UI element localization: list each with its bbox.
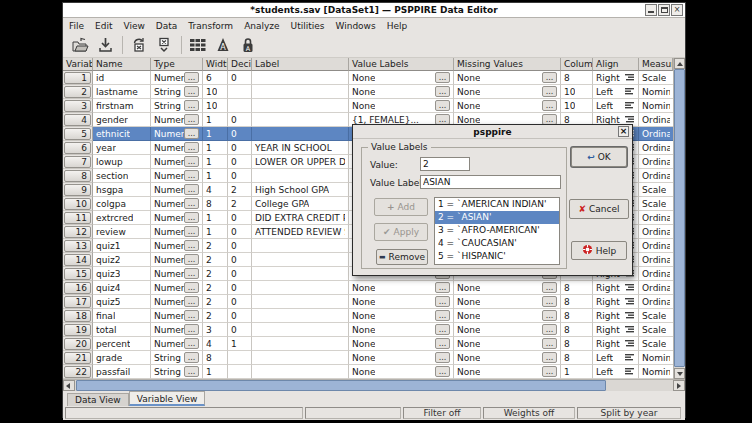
name-cell[interactable]: grade	[93, 351, 151, 365]
name-cell[interactable]: quiz5	[93, 295, 151, 309]
type-cell[interactable]: Numeric...	[151, 141, 203, 155]
decimals-cell[interactable]	[228, 351, 252, 365]
missing-values-cell[interactable]: None...	[454, 323, 561, 337]
name-cell[interactable]: passfail	[93, 365, 151, 379]
decimals-cell[interactable]: 0	[228, 211, 252, 225]
name-cell[interactable]: final	[93, 309, 151, 323]
edit-ellipsis-button[interactable]: ...	[542, 72, 557, 83]
decimals-cell[interactable]: 1	[228, 337, 252, 351]
row-number-button[interactable]: 3	[64, 100, 91, 112]
edit-ellipsis-button[interactable]: ...	[435, 338, 450, 349]
label-cell[interactable]	[252, 239, 349, 253]
align-cell[interactable]: Left	[593, 365, 639, 379]
decimals-cell[interactable]: 0	[228, 323, 252, 337]
edit-ellipsis-button[interactable]: ...	[184, 128, 199, 139]
label-cell[interactable]	[252, 323, 349, 337]
edit-ellipsis-button[interactable]: ...	[184, 142, 199, 153]
width-cell[interactable]: 3	[203, 323, 228, 337]
row-number-button[interactable]: 9	[64, 184, 91, 196]
value-labels-cell[interactable]: None...	[349, 99, 454, 113]
name-cell[interactable]: review	[93, 225, 151, 239]
width-cell[interactable]: 2	[203, 309, 228, 323]
name-cell[interactable]: colgpa	[93, 197, 151, 211]
measure-cell[interactable]: Nominal	[639, 351, 673, 365]
vertical-scrollbar[interactable]	[673, 58, 684, 379]
label-cell[interactable]	[252, 99, 349, 113]
name-cell[interactable]: id	[93, 71, 151, 85]
type-cell[interactable]: Numeric...	[151, 337, 203, 351]
measure-cell[interactable]: Ordinal	[639, 127, 673, 141]
decimals-cell[interactable]: 0	[228, 169, 252, 183]
row-number-button[interactable]: 12	[64, 226, 91, 238]
edit-ellipsis-button[interactable]: ...	[184, 310, 199, 321]
missing-values-cell[interactable]: None...	[454, 71, 561, 85]
label-cell[interactable]: High School GPA	[252, 183, 349, 197]
width-cell[interactable]: 1	[203, 113, 228, 127]
edit-ellipsis-button[interactable]: ...	[184, 86, 199, 97]
name-cell[interactable]: total	[93, 323, 151, 337]
row-number-button[interactable]: 17	[64, 296, 91, 308]
name-cell[interactable]: ethnicit	[93, 127, 151, 141]
row-number-button[interactable]: 21	[64, 352, 91, 364]
type-cell[interactable]: Numeric...	[151, 183, 203, 197]
decimals-cell[interactable]: 0	[228, 141, 252, 155]
menu-windows[interactable]: Windows	[335, 21, 375, 31]
label-cell[interactable]	[252, 295, 349, 309]
type-cell[interactable]: Numeric...	[151, 155, 203, 169]
label-cell[interactable]	[252, 113, 349, 127]
measure-cell[interactable]: Ordinal	[639, 211, 673, 225]
columns-cell[interactable]: 8	[561, 351, 593, 365]
edit-ellipsis-button[interactable]: ...	[184, 72, 199, 83]
align-cell[interactable]: Right	[593, 295, 639, 309]
decimals-cell[interactable]: 0	[228, 127, 252, 141]
value-label-item[interactable]: 1 = `AMERICAN INDIAN'	[435, 198, 559, 211]
maximize-button[interactable]	[658, 4, 670, 16]
name-cell[interactable]: lowup	[93, 155, 151, 169]
columns-cell[interactable]: 8	[561, 309, 593, 323]
type-cell[interactable]: String...	[151, 351, 203, 365]
name-cell[interactable]: percent	[93, 337, 151, 351]
width-cell[interactable]: 8	[203, 351, 228, 365]
label-cell[interactable]	[252, 309, 349, 323]
width-cell[interactable]: 4	[203, 337, 228, 351]
value-labels-cell[interactable]: None...	[349, 309, 454, 323]
value-labels-cell[interactable]: None...	[349, 323, 454, 337]
close-button[interactable]: ×	[671, 4, 683, 16]
row-number-button[interactable]: 19	[64, 324, 91, 336]
remove-button[interactable]: ▬ Remove	[376, 249, 428, 265]
type-cell[interactable]: Numeric...	[151, 253, 203, 267]
column-header-columns[interactable]: Columns	[561, 58, 593, 71]
decimals-cell[interactable]: 0	[228, 225, 252, 239]
vertical-scroll-thumb[interactable]	[674, 69, 685, 367]
row-number-button[interactable]: 7	[64, 156, 91, 168]
width-cell[interactable]: 1	[203, 225, 228, 239]
value-label-item[interactable]: 4 = `CAUCASIAN'	[435, 237, 559, 250]
edit-ellipsis-button[interactable]: ...	[542, 86, 557, 97]
decimals-cell[interactable]: 0	[228, 253, 252, 267]
name-cell[interactable]: firstnam	[93, 99, 151, 113]
missing-values-cell[interactable]: None...	[454, 337, 561, 351]
width-cell[interactable]: 4	[203, 183, 228, 197]
name-cell[interactable]: quiz3	[93, 267, 151, 281]
type-cell[interactable]: String...	[151, 99, 203, 113]
decimals-cell[interactable]	[228, 365, 252, 379]
name-cell[interactable]: gender	[93, 113, 151, 127]
row-number-button[interactable]: 5	[64, 128, 91, 140]
measure-cell[interactable]: Scale	[639, 197, 673, 211]
type-cell[interactable]: Numeric...	[151, 197, 203, 211]
label-cell[interactable]	[252, 267, 349, 281]
measure-cell[interactable]: Ordinal	[639, 239, 673, 253]
edit-ellipsis-button[interactable]: ...	[184, 100, 199, 111]
type-cell[interactable]: Numeric...	[151, 323, 203, 337]
cancel-button[interactable]: ✘ Cancel	[569, 199, 629, 219]
find-variable-icon[interactable]: A	[212, 35, 234, 56]
edit-ellipsis-button[interactable]: ...	[184, 268, 199, 279]
edit-ellipsis-button[interactable]: ...	[435, 282, 450, 293]
value-label-input[interactable]	[420, 175, 561, 189]
scroll-up-icon[interactable]	[674, 58, 685, 69]
missing-values-cell[interactable]: None...	[454, 85, 561, 99]
type-cell[interactable]: Numeric...	[151, 71, 203, 85]
edit-ellipsis-button[interactable]: ...	[184, 296, 199, 307]
measure-cell[interactable]: Nominal	[639, 99, 673, 113]
width-cell[interactable]: 10	[203, 99, 228, 113]
